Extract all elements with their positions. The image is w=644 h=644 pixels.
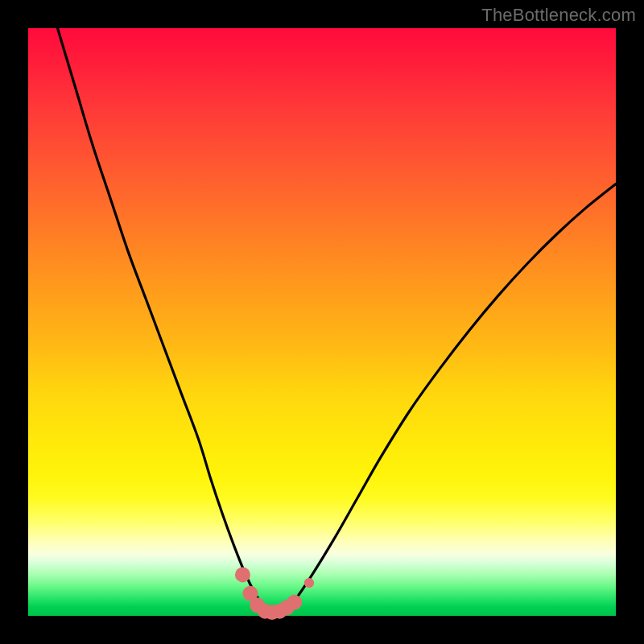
highlight-marker <box>287 595 302 610</box>
highlight-marker <box>235 567 250 582</box>
chart-frame: TheBottleneck.com <box>0 0 644 644</box>
bottleneck-curve <box>58 28 617 613</box>
watermark-text: TheBottleneck.com <box>481 5 636 26</box>
highlight-markers <box>235 567 314 620</box>
highlight-marker <box>304 578 314 588</box>
plot-area <box>28 28 616 616</box>
curve-layer <box>28 28 616 616</box>
